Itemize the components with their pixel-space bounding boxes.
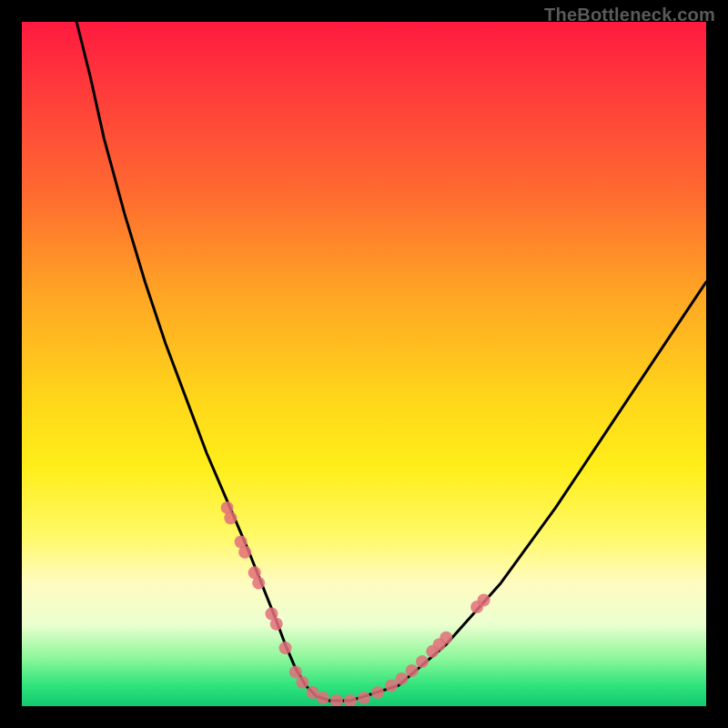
data-marker [252,577,265,590]
watermark-text: TheBottleneck.com [544,5,715,25]
data-marker [224,511,237,524]
data-marker [371,686,384,699]
data-marker [478,593,490,606]
chart-svg [22,22,706,706]
data-marker [344,694,357,706]
data-marker [279,642,292,654]
curve-layer [76,22,706,701]
data-marker [416,655,429,668]
data-marker [317,692,329,704]
data-marker [238,546,251,559]
marker-layer [221,501,490,706]
bottleneck-curve [76,22,706,701]
data-marker [406,664,419,677]
data-marker [440,632,452,644]
data-marker [358,692,370,704]
data-marker [270,618,283,631]
gradient-plot-area [22,22,706,706]
data-marker [296,676,308,689]
data-marker [395,672,408,685]
data-marker [330,694,343,706]
